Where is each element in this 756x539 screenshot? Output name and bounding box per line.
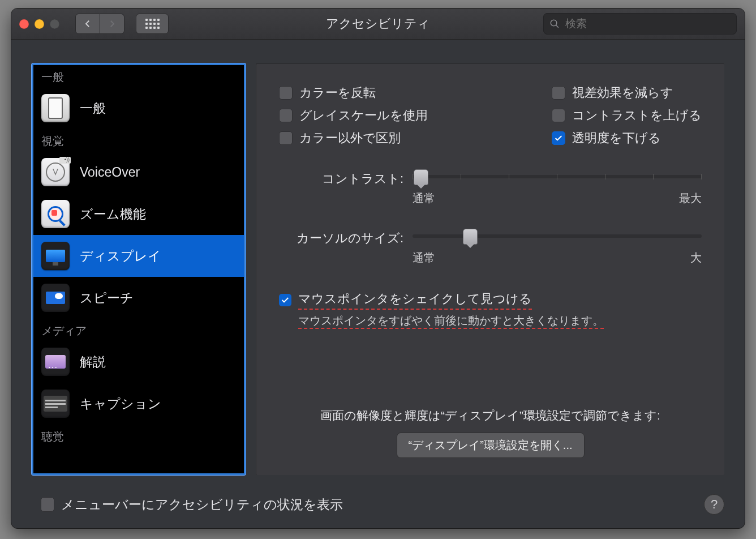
bottom-bar: メニューバーにアクセシビリティの状況を表示 ? (11, 486, 745, 528)
minimize-icon[interactable] (35, 19, 44, 29)
sidebar-item-general[interactable]: 一般 (33, 87, 244, 129)
sidebar-item-label: キャプション (80, 395, 161, 413)
check-icon (554, 134, 563, 143)
chevron-right-icon (107, 19, 117, 29)
checkbox-label: メニューバーにアクセシビリティの状況を表示 (61, 496, 343, 514)
checkbox-reduce-transparency[interactable]: 透明度を下げる (552, 130, 702, 147)
detail-panel: カラーを反転 グレイスケールを使用 カラー以外で区別 視差効果を減らす コントラ… (256, 63, 724, 475)
caption-icon (41, 390, 70, 418)
sidebar-item-label: ズーム機能 (80, 206, 146, 223)
checkbox-grayscale[interactable]: グレイスケールを使用 (279, 107, 428, 124)
body: 一般 一般 視覚 •)) VoiceOver ズーム機能 ディスプレイ (11, 40, 745, 486)
contrast-label: コントラスト: (279, 169, 403, 187)
checkbox-label: カラーを反転 (299, 84, 376, 101)
traffic-lights (19, 19, 59, 29)
sidebar-item-zoom[interactable]: ズーム機能 (33, 193, 244, 235)
search-field[interactable] (543, 13, 737, 35)
sidebar-item-label: ディスプレイ (80, 247, 161, 265)
checkbox-invert-colors[interactable]: カラーを反転 (279, 84, 428, 101)
sidebar-item-display[interactable]: ディスプレイ (33, 235, 244, 277)
sidebar-item-commentary[interactable]: 解説 (33, 341, 244, 383)
close-icon[interactable] (19, 19, 29, 29)
sidebar-section-hearing: 聴覚 (33, 425, 244, 447)
shake-title: マウスポインタをシェイクして見つける (298, 290, 532, 310)
shake-desc: マウスポインタをすばやく前後に動かすと大きくなります。 (298, 314, 604, 329)
sidebar-item-label: VoiceOver (80, 165, 140, 180)
checkbox-grid: カラーを反転 グレイスケールを使用 カラー以外で区別 視差効果を減らす コントラ… (279, 84, 702, 147)
sidebar-item-voiceover[interactable]: •)) VoiceOver (33, 151, 244, 193)
help-button[interactable]: ? (704, 494, 724, 515)
sidebar-item-label: 一般 (80, 100, 106, 117)
contrast-max: 最大 (679, 191, 702, 206)
nav-buttons (75, 14, 124, 34)
checkbox-label: カラー以外で区別 (299, 130, 401, 147)
chevron-left-icon (83, 19, 93, 29)
grid-icon (145, 19, 160, 29)
checkbox-label: 視差効果を減らす (572, 84, 673, 101)
checkbox-increase-contrast[interactable]: コントラストを上げる (552, 107, 702, 124)
shake-to-locate: マウスポインタをシェイクして見つける マウスポインタをすばやく前後に動かすと大き… (279, 290, 702, 328)
general-icon (41, 94, 70, 122)
contrast-min: 通常 (413, 191, 435, 206)
checkbox-differentiate[interactable]: カラー以外で区別 (279, 130, 428, 147)
checkbox-menubar-status[interactable]: メニューバーにアクセシビリティの状況を表示 (41, 496, 343, 514)
sidebar-item-speech[interactable]: スピーチ (33, 277, 244, 319)
search-icon (549, 18, 560, 29)
checkbox-reduce-motion[interactable]: 視差効果を減らす (552, 84, 702, 101)
commentary-icon (41, 348, 70, 376)
sidebar: 一般 一般 視覚 •)) VoiceOver ズーム機能 ディスプレイ (32, 63, 246, 475)
zoom-feature-icon (41, 200, 70, 228)
sidebar-section-media: メディア (33, 319, 244, 341)
checkbox-label: 透明度を下げる (572, 130, 661, 147)
checkbox-label: コントラストを上げる (572, 107, 702, 124)
search-input[interactable] (564, 17, 731, 31)
contrast-slider[interactable] (413, 175, 702, 178)
cursor-slider-row: カーソルのサイズ: 通常 大 (279, 229, 702, 266)
checkbox-label: グレイスケールを使用 (299, 107, 428, 124)
sidebar-item-caption[interactable]: キャプション (33, 383, 244, 425)
sidebar-section-general: 一般 (33, 65, 244, 87)
titlebar: アクセシビリティ (11, 8, 745, 40)
forward-button (100, 14, 124, 34)
sidebar-item-label: スピーチ (80, 289, 134, 307)
check-icon (281, 296, 290, 305)
back-button[interactable] (75, 14, 100, 34)
open-display-prefs-button[interactable]: “ディスプレイ”環境設定を開く... (397, 433, 585, 458)
cursor-slider[interactable] (413, 234, 702, 238)
footer-note: 画面の解像度と輝度は“ディスプレイ”環境設定で調節できます: (279, 408, 702, 424)
cursor-max: 大 (690, 250, 702, 266)
zoom-icon (50, 19, 59, 29)
cursor-label: カーソルのサイズ: (279, 229, 403, 247)
svg-point-0 (551, 20, 557, 26)
sidebar-section-vision: 視覚 (33, 129, 244, 151)
sidebar-item-label: 解説 (80, 353, 106, 371)
voiceover-icon: •)) (41, 158, 70, 186)
show-all-button[interactable] (136, 14, 169, 34)
display-icon (41, 242, 70, 270)
speech-icon (41, 284, 70, 312)
prefs-window: アクセシビリティ 一般 一般 視覚 •)) VoiceOver ズーム機能 (11, 8, 745, 529)
contrast-slider-row: コントラスト: 通常 最大 (279, 169, 702, 206)
checkbox-shake[interactable] (279, 294, 291, 306)
cursor-min: 通常 (413, 250, 435, 266)
